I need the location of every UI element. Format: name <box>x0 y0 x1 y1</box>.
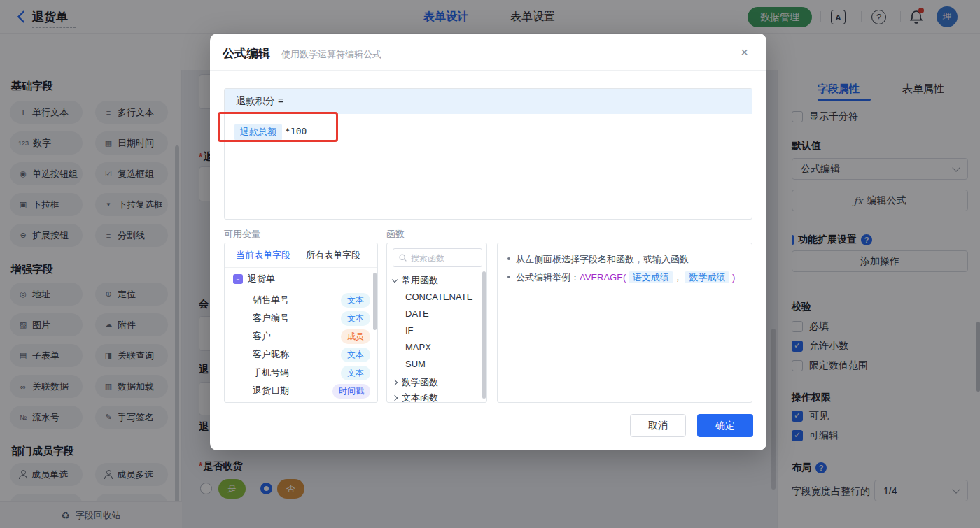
search-icon <box>398 253 407 262</box>
variables-tabs: 当前表单字段 所有表单字段 <box>225 243 377 268</box>
type-badge: 文本 <box>341 348 370 362</box>
type-badge: 文本 <box>341 293 370 308</box>
variable-row[interactable]: 销售单号 文本 <box>253 291 370 309</box>
function-search[interactable] <box>393 248 482 267</box>
tab-all-form-fields[interactable]: 所有表单字段 <box>306 249 360 262</box>
type-badge: 文本 <box>341 311 370 326</box>
variables-label: 可用变量 <box>224 228 260 241</box>
bullet <box>507 276 510 278</box>
divider <box>210 70 766 71</box>
variable-row[interactable]: 手机号码 文本 <box>253 364 370 382</box>
tab-current-form-fields[interactable]: 当前表单字段 <box>236 249 290 262</box>
modal-title: 公式编辑 <box>223 45 270 62</box>
formula-target-bar: 退款积分 = <box>225 89 752 114</box>
function-mapx[interactable]: MAPX <box>405 342 431 352</box>
functions-panel: 常用函数 CONCATENATE DATE IF MAPX SUM 数学函数 文… <box>386 243 487 403</box>
variable-row[interactable]: 客户昵称 文本 <box>253 345 370 364</box>
function-date[interactable]: DATE <box>405 308 429 319</box>
variables-panel: 当前表单字段 所有表单字段 ≡ 退货单 销售单号 文本 客户编号 文本 客户 成… <box>224 243 378 403</box>
confirm-button[interactable]: 确定 <box>697 414 753 437</box>
functions-scrollbar[interactable] <box>482 271 486 399</box>
variable-row[interactable]: 退货日期 时间戳 <box>253 382 370 400</box>
function-if[interactable]: IF <box>405 325 414 336</box>
group-math-functions[interactable]: 数学函数 <box>393 376 438 389</box>
example-field-chip: 语文成绩 <box>629 271 673 283</box>
variables-scrollbar[interactable] <box>373 273 377 330</box>
chevron-right-icon <box>392 395 398 401</box>
variable-row[interactable]: 客户编号 文本 <box>253 309 370 327</box>
variables-tree-root[interactable]: ≡ 退货单 <box>233 273 275 285</box>
help-line-1: 从左侧面板选择字段名和函数，或输入函数 <box>507 253 689 266</box>
function-concatenate[interactable]: CONCATENATE <box>405 292 472 302</box>
function-name-highlight: AVERAGE( <box>580 272 626 283</box>
formula-editor-box[interactable]: 退款积分 = 退款总额 *100 <box>224 88 752 220</box>
formula-field-token[interactable]: 退款总额 <box>234 124 282 141</box>
type-badge: 时间戳 <box>332 384 370 399</box>
variable-row[interactable]: 客户 成员 <box>253 327 370 345</box>
example-field-chip: 数学成绩 <box>685 271 729 283</box>
modal-subtitle: 使用数学运算符编辑公式 <box>281 48 382 61</box>
chevron-right-icon <box>392 380 398 385</box>
cancel-button[interactable]: 取消 <box>630 414 686 437</box>
chevron-down-icon <box>392 276 398 282</box>
type-badge: 成员 <box>341 329 370 344</box>
group-text-functions[interactable]: 文本函数 <box>393 392 438 404</box>
function-search-input[interactable] <box>411 253 472 263</box>
formula-editor-modal: 公式编辑 使用数学运算符编辑公式 × 退款积分 = 退款总额 *100 可用变量… <box>210 34 766 450</box>
form-doc-icon: ≡ <box>233 274 243 284</box>
help-panel: 从左侧面板选择字段名和函数，或输入函数 公式编辑举例：AVERAGE( 语文成绩… <box>497 243 752 403</box>
formula-expression[interactable]: *100 <box>285 126 307 136</box>
close-icon[interactable]: × <box>741 45 748 60</box>
function-sum[interactable]: SUM <box>405 359 426 369</box>
type-badge: 文本 <box>341 366 370 380</box>
help-line-2: 公式编辑举例：AVERAGE( 语文成绩， 数学成绩 ) <box>507 271 735 284</box>
functions-label: 函数 <box>386 228 405 241</box>
bullet <box>507 257 510 260</box>
group-common-functions[interactable]: 常用函数 <box>393 274 438 287</box>
